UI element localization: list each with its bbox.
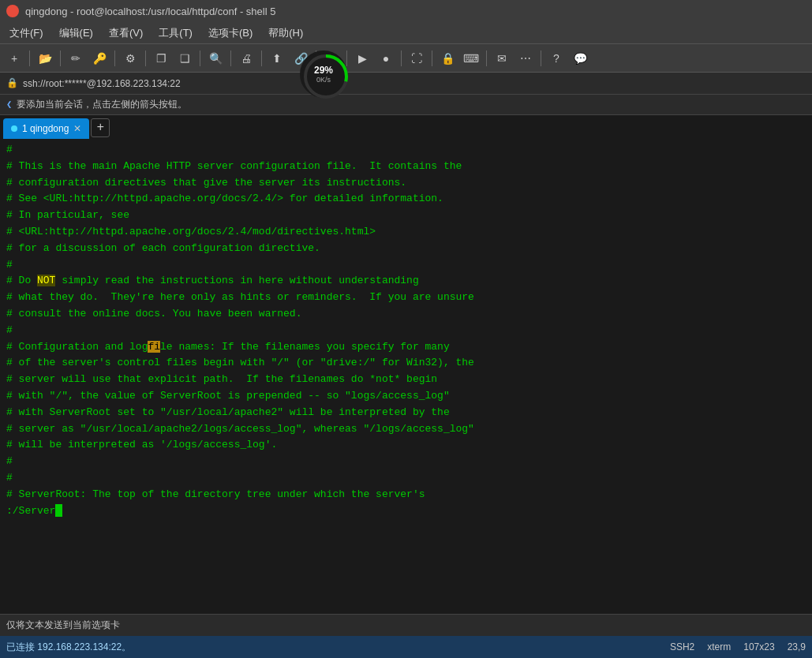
tab-qingdong[interactable]: 1 qingdong ✕: [3, 118, 89, 139]
separator-2: [60, 50, 61, 66]
status-cursor: 23,9: [788, 641, 806, 652]
terminal-line: # See <URL:http://httpd.apache.org/docs/…: [6, 191, 806, 207]
keyboard-button[interactable]: ⌨: [460, 47, 482, 69]
tab-bar: 1 qingdong ✕ +: [0, 115, 812, 139]
terminal-line: # In particular, see: [6, 207, 806, 224]
edit-button[interactable]: ✏: [65, 47, 87, 69]
terminal-line: # for a discussion of each configuration…: [6, 241, 806, 257]
terminal-line: # what they do. They're here only as hin…: [6, 290, 806, 306]
separator-7: [261, 50, 262, 66]
terminal-line: # server will use that explicit path. If…: [6, 372, 806, 388]
status-proto: SSH2: [670, 641, 694, 652]
separator-11: [432, 50, 432, 66]
terminal-line: # of the server's control files begin wi…: [6, 355, 806, 372]
info-text: 要添加当前会话，点击左侧的箭头按钮。: [17, 98, 187, 111]
print-button[interactable]: 🖨: [235, 47, 257, 69]
terminal-line: # server as "/usr/local/apache2/logs/acc…: [6, 421, 806, 438]
separator-1: [29, 50, 30, 66]
terminal-line: # Configuration and logfile names: If th…: [6, 339, 806, 356]
separator-4: [145, 50, 146, 66]
progress-circle: 29% 0K/s: [300, 50, 347, 98]
separator-12: [486, 50, 487, 66]
menu-bar: 文件(F) 编辑(E) 查看(V) 工具(T) 选项卡(B) 帮助(H): [0, 22, 812, 44]
copy-button[interactable]: ❐: [150, 47, 172, 69]
progress-rate: 0K/s: [316, 76, 331, 84]
address-text: ssh://root:******@192.168.223.134:22: [23, 78, 181, 89]
bottom-bar: 仅将文本发送到当前选项卡: [0, 614, 812, 636]
title-bar: qingdong - root@localhost:/usr/local/htt…: [0, 0, 812, 22]
address-bar: 🔒 ssh://root:******@192.168.223.134:22: [0, 73, 812, 95]
new-button[interactable]: +: [3, 47, 25, 69]
terminal-line: #: [6, 454, 806, 470]
progress-overlay: 29% 0K/s: [300, 50, 347, 98]
more-button[interactable]: ⋯: [515, 47, 537, 69]
terminal-line: # configuration directives that give the…: [6, 175, 806, 192]
separator-13: [541, 50, 541, 66]
paste-button[interactable]: ❑: [174, 47, 196, 69]
connection-status: 已连接 192.168.223.134:22。: [6, 641, 131, 654]
terminal-line: :/Server: [6, 503, 806, 520]
progress-percent: 29%: [314, 65, 333, 76]
terminal-line: # <URL:http://httpd.apache.org/docs/2.4/…: [6, 224, 806, 241]
help-button[interactable]: ?: [545, 47, 567, 69]
bottom-bar-text: 仅将文本发送到当前选项卡: [6, 619, 120, 632]
status-bar: 已连接 192.168.223.134:22。 SSH2 xterm 107x2…: [0, 636, 812, 658]
terminal-line: #: [6, 323, 806, 339]
macro-button[interactable]: ●: [375, 47, 397, 69]
toolbar: 29% 0K/s + 📂 ✏ 🔑 ⚙ ❐ ❑ 🔍 🖨 ⬆ 🔗 A ▶ ● ⛶ 🔒…: [0, 44, 812, 73]
lock-button[interactable]: 🔒: [436, 47, 458, 69]
title-bar-text: qingdong - root@localhost:/usr/local/htt…: [25, 6, 806, 17]
terminal-line: # with ServerRoot set to "/usr/local/apa…: [6, 405, 806, 421]
settings-button[interactable]: ⚙: [119, 47, 141, 69]
terminal-line: # will be interpreted as '/logs/access_l…: [6, 437, 806, 454]
menu-tab[interactable]: 选项卡(B): [202, 24, 259, 42]
menu-help[interactable]: 帮助(H): [262, 24, 309, 42]
status-size: 107x23: [743, 641, 774, 652]
terminal-line: #: [6, 142, 806, 159]
terminal-line: #: [6, 470, 806, 487]
separator-6: [230, 50, 231, 66]
chat-button[interactable]: 💬: [569, 47, 591, 69]
terminal[interactable]: # # This is the main Apache HTTP server …: [0, 139, 812, 614]
terminal-line: # This is the main Apache HTTP server co…: [6, 159, 806, 175]
tab-label: 1 qingdong: [22, 123, 69, 134]
terminal-line: # ServerRoot: The top of the directory t…: [6, 487, 806, 503]
separator-5: [200, 50, 200, 66]
search-button[interactable]: 🔍: [204, 47, 226, 69]
status-term: xterm: [707, 641, 731, 652]
terminal-line: # consult the online docs. You have been…: [6, 306, 806, 323]
terminal-line: # Do NOT simply read the instructions in…: [6, 273, 806, 290]
tab-close-button[interactable]: ✕: [73, 123, 81, 134]
app-icon: [6, 5, 19, 17]
arrow-icon: ❮: [6, 99, 12, 110]
separator-10: [401, 50, 402, 66]
lock-icon: 🔒: [6, 77, 18, 89]
open-button[interactable]: 📂: [34, 47, 56, 69]
script-button[interactable]: ▶: [351, 47, 373, 69]
menu-file[interactable]: 文件(F): [3, 24, 50, 42]
menu-view[interactable]: 查看(V): [103, 24, 149, 42]
tab-add-button[interactable]: +: [91, 118, 110, 137]
upload-button[interactable]: ⬆: [266, 47, 288, 69]
terminal-line: # with "/", the value of ServerRoot is p…: [6, 388, 806, 405]
separator-3: [114, 50, 115, 66]
tab-indicator: [11, 125, 17, 132]
menu-edit[interactable]: 编辑(E): [53, 24, 99, 42]
send-button[interactable]: ✉: [491, 47, 513, 69]
terminal-line: #: [6, 257, 806, 274]
key-button[interactable]: 🔑: [88, 47, 110, 69]
info-bar: ❮ 要添加当前会话，点击左侧的箭头按钮。: [0, 95, 812, 115]
fullscreen-button[interactable]: ⛶: [406, 47, 428, 69]
main-content: # # This is the main Apache HTTP server …: [0, 139, 812, 658]
status-right: SSH2 xterm 107x23 23,9: [670, 641, 806, 652]
menu-tools[interactable]: 工具(T): [152, 24, 199, 42]
